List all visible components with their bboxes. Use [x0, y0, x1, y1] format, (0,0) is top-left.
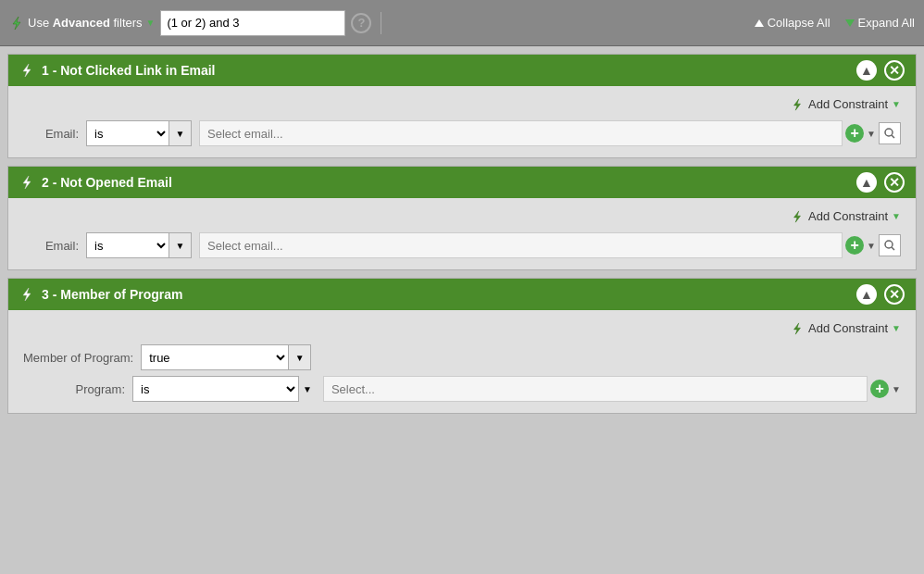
filter-header-2: 2 - Not Opened Email ▲ ✕: [8, 167, 916, 198]
program-select-input-3-1[interactable]: [323, 376, 868, 402]
use-advanced-dropdown-arrow: ▼: [146, 18, 156, 28]
program-add-btn-3-1[interactable]: +: [870, 380, 889, 398]
email-select-container-1-0: + ▼: [199, 120, 901, 146]
svg-point-3: [885, 129, 893, 136]
filter-header-right-2: ▲ ✕: [856, 172, 905, 193]
add-constraint-row-1: Add Constraint ▼: [23, 97, 901, 111]
main-content: 1 - Not Clicked Link in Email ▲ ✕ Add Co…: [0, 46, 924, 574]
filter-group-1: 1 - Not Clicked Link in Email ▲ ✕ Add Co…: [7, 54, 917, 158]
add-constraint-icon-3: [791, 322, 804, 335]
add-constraint-row-3: Add Constraint ▼: [23, 321, 901, 335]
email-select-input-2-0[interactable]: [199, 232, 843, 258]
formula-input[interactable]: [160, 10, 345, 36]
constraint-operator-dropdown-btn-2-0[interactable]: ▼: [169, 232, 192, 258]
add-constraint-icon-1: [791, 98, 804, 111]
constraint-label-1-0: Email:: [23, 127, 79, 141]
constraint-operator-container-3-0: true false ▼: [141, 344, 311, 370]
program-dropdown-arrow-3-1[interactable]: ▼: [892, 384, 901, 394]
constraint-operator-select-2-0[interactable]: is is not: [86, 232, 169, 258]
filter-up-button-2[interactable]: ▲: [856, 172, 877, 193]
add-constraint-dropdown-1[interactable]: ▼: [892, 99, 901, 109]
filter-header-left-1: 1 - Not Clicked Link in Email: [19, 63, 215, 78]
svg-marker-5: [23, 176, 31, 189]
email-select-container-2-0: + ▼: [199, 232, 901, 258]
email-select-input-1-0[interactable]: [199, 120, 843, 146]
add-constraint-dropdown-3[interactable]: ▼: [892, 323, 901, 333]
filter-close-button-2[interactable]: ✕: [884, 172, 905, 193]
toolbar-right: Collapse All Expand All: [755, 16, 915, 30]
filter-header-left-2: 2 - Not Opened Email: [19, 175, 172, 190]
constraint-label-2-0: Email:: [23, 239, 79, 253]
svg-marker-9: [23, 288, 31, 301]
search-icon-1-0: [884, 128, 895, 139]
filter-lightning-icon-1: [19, 63, 34, 78]
add-constraint-button-3[interactable]: Add Constraint: [791, 321, 888, 335]
constraint-row-1-0: Email: is is not ▼ + ▼: [23, 120, 901, 146]
filter-body-2: Add Constraint ▼ Email: is is not ▼ + ▼: [8, 198, 916, 269]
help-icon[interactable]: ?: [351, 13, 371, 33]
email-add-btn-1-0[interactable]: +: [845, 124, 864, 143]
collapse-all-button[interactable]: Collapse All: [755, 16, 830, 30]
expand-all-button[interactable]: Expand All: [845, 16, 915, 30]
filter-header-1: 1 - Not Clicked Link in Email ▲ ✕: [8, 55, 916, 86]
add-constraint-button-1[interactable]: Add Constraint: [791, 97, 888, 111]
constraint-operator-dropdown-btn-1-0[interactable]: ▼: [169, 120, 192, 146]
email-dropdown-arrow-2-0[interactable]: ▼: [867, 241, 876, 251]
svg-marker-2: [794, 98, 801, 109]
expand-arrow-icon: [845, 19, 855, 27]
add-constraint-button-2[interactable]: Add Constraint: [791, 209, 888, 223]
use-advanced-filters-button[interactable]: Use Advanced filters ▼: [9, 16, 155, 31]
svg-marker-6: [794, 210, 801, 221]
add-constraint-label-3: Add Constraint: [808, 321, 888, 335]
add-constraint-icon-2: [791, 210, 804, 223]
constraint-operator-select-1-0[interactable]: is is not: [86, 120, 169, 146]
filter-header-right-1: ▲ ✕: [856, 60, 905, 81]
boolean-select-3-0[interactable]: true false: [141, 344, 289, 370]
filter-group-2: 2 - Not Opened Email ▲ ✕ Add Constraint: [7, 166, 917, 270]
filter-up-button-3[interactable]: ▲: [856, 284, 877, 305]
filter-header-left-3: 3 - Member of Program: [19, 287, 182, 302]
filter-close-button-1[interactable]: ✕: [884, 60, 905, 81]
svg-line-4: [892, 135, 894, 138]
email-search-btn-2-0[interactable]: [879, 234, 901, 256]
constraint-row-2-0: Email: is is not ▼ + ▼: [23, 232, 901, 258]
filter-body-3: Add Constraint ▼ Member of Program: true…: [8, 310, 916, 413]
filter-title-1: 1 - Not Clicked Link in Email: [42, 63, 215, 78]
add-constraint-dropdown-2[interactable]: ▼: [892, 211, 901, 221]
filter-lightning-icon-3: [19, 287, 34, 302]
program-operator-select-3-1[interactable]: is is not: [132, 376, 299, 402]
filter-title-2: 2 - Not Opened Email: [42, 175, 172, 190]
toolbar-divider: [381, 12, 381, 34]
constraint-label-3-0: Member of Program:: [23, 351, 133, 365]
svg-marker-1: [23, 64, 31, 77]
filter-body-1: Add Constraint ▼ Email: is is not ▼ + ▼: [8, 86, 916, 157]
svg-marker-0: [13, 17, 20, 30]
filter-lightning-icon-2: [19, 175, 34, 190]
program-operator-dropdown-3-1[interactable]: ▼: [299, 384, 316, 394]
filter-header-3: 3 - Member of Program ▲ ✕: [8, 279, 916, 310]
toolbar: Use Advanced filters ▼ ? Collapse All Ex…: [0, 0, 924, 46]
use-advanced-label: Use Advanced filters: [28, 16, 143, 30]
email-dropdown-arrow-1-0[interactable]: ▼: [867, 129, 876, 139]
svg-line-8: [892, 247, 894, 250]
email-add-btn-2-0[interactable]: +: [845, 236, 864, 255]
filter-close-button-3[interactable]: ✕: [884, 284, 905, 305]
add-constraint-label-1: Add Constraint: [808, 97, 888, 111]
constraint-row-3-0: Member of Program: true false ▼: [23, 344, 901, 370]
toolbar-left: Use Advanced filters ▼ ?: [9, 10, 385, 36]
constraint-operator-container-3-1: is is not ▼: [132, 376, 316, 402]
filter-title-3: 3 - Member of Program: [42, 287, 182, 302]
search-icon-2-0: [884, 240, 895, 251]
lightning-icon: [9, 16, 24, 31]
filter-up-button-1[interactable]: ▲: [856, 60, 877, 81]
constraint-row-3-1: Program: is is not ▼ + ▼: [23, 376, 901, 402]
constraint-label-3-1: Program:: [23, 382, 125, 396]
svg-point-7: [885, 241, 893, 248]
collapse-arrow-icon: [755, 19, 764, 27]
filter-header-right-3: ▲ ✕: [856, 284, 905, 305]
constraint-operator-container-1-0: is is not ▼: [86, 120, 192, 146]
program-select-container-3-1: + ▼: [323, 376, 901, 402]
add-constraint-label-2: Add Constraint: [808, 209, 888, 223]
email-search-btn-1-0[interactable]: [879, 122, 901, 144]
boolean-dropdown-btn-3-0[interactable]: ▼: [289, 344, 311, 370]
